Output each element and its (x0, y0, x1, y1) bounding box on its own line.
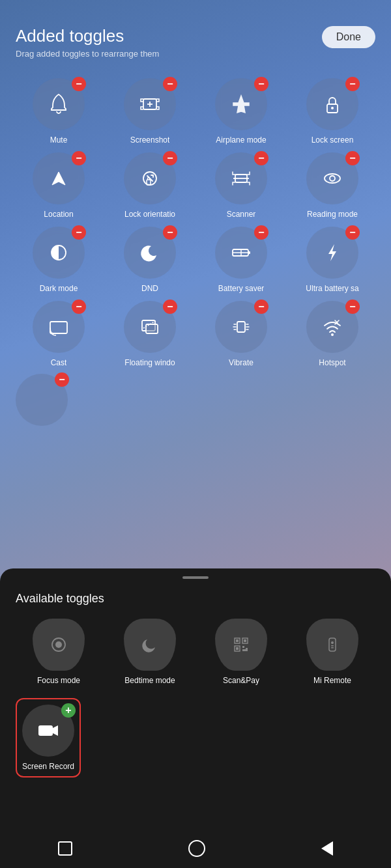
available-scan-pay[interactable]: Scan&Pay (198, 619, 284, 685)
screen-record-wrapper: + Screen Record (16, 698, 81, 777)
toggle-reading-mode[interactable]: − Reading mode (289, 152, 375, 219)
toggle-label-lockscreen: Lock screen (311, 135, 354, 145)
remove-badge-hotspot[interactable]: − (345, 300, 360, 314)
toggle-mute[interactable]: − Mute (16, 78, 102, 145)
toggle-vibrate[interactable]: − Vibrate (198, 301, 284, 367)
svg-rect-39 (244, 639, 246, 642)
toggle-screenshot[interactable]: − Screenshot (107, 78, 193, 145)
toggle-label-dnd: DND (141, 284, 158, 293)
airplane-icon (229, 92, 253, 116)
toggle-circle-location: − (33, 152, 85, 204)
toggle-battery-saver[interactable]: − Battery saver (198, 227, 284, 293)
available-bedtime-mode[interactable]: Bedtime mode (107, 619, 193, 685)
svg-point-11 (330, 176, 335, 181)
avail-label-scanpay: Scan&Pay (223, 676, 259, 685)
lock-icon (321, 92, 344, 116)
remove-badge-location[interactable]: − (72, 151, 86, 165)
eye-icon (321, 167, 344, 190)
remove-badge-dnd[interactable]: − (163, 225, 177, 240)
toggle-scanner[interactable]: − Scanner (198, 152, 284, 219)
toggle-label-cast: Cast (51, 358, 67, 367)
svg-point-4 (331, 107, 334, 109)
remove-badge-scanner[interactable]: − (254, 151, 268, 165)
svg-rect-38 (236, 639, 239, 642)
available-focus-mode[interactable]: Focus mode (16, 619, 102, 685)
battery-icon (229, 241, 253, 264)
lock-orientation-icon (138, 167, 162, 190)
svg-marker-17 (328, 244, 336, 261)
toggle-label-reading-mode: Reading mode (307, 210, 358, 219)
svg-rect-14 (248, 251, 250, 254)
header: Added toggles Drag added toggles to rear… (16, 26, 375, 59)
done-button[interactable]: Done (322, 26, 375, 48)
remove-badge-partial[interactable]: − (55, 372, 69, 387)
bolt-icon (321, 241, 344, 264)
back-button[interactable] (321, 841, 333, 856)
avail-circle-scanpay (215, 619, 267, 671)
toggle-airplane[interactable]: − Airplane mode (198, 78, 284, 145)
svg-rect-46 (331, 645, 334, 647)
remove-badge-ultra-battery[interactable]: − (345, 225, 360, 240)
svg-rect-23 (237, 322, 245, 332)
remove-badge-lockscreen[interactable]: − (345, 77, 360, 91)
toggle-ultra-battery[interactable]: − Ultra battery sa (289, 227, 375, 293)
bedtime-icon (138, 633, 162, 656)
svg-rect-21 (146, 324, 158, 333)
toggle-label-ultra-battery: Ultra battery sa (306, 284, 358, 293)
toggle-circle-cast: − (33, 301, 85, 353)
svg-point-45 (331, 641, 334, 644)
toggle-cast[interactable]: − Cast (16, 301, 102, 367)
screen-record-label: Screen Record (22, 762, 74, 771)
remove-badge-vibrate[interactable]: − (254, 300, 268, 314)
toggle-circle-hotspot: − (306, 301, 358, 353)
toggle-circle-partial: − (16, 374, 68, 426)
toggle-circle-mute: − (33, 78, 85, 130)
toggle-label-hotspot: Hotspot (319, 358, 345, 367)
remove-badge-floating-window[interactable]: − (163, 300, 177, 314)
toggle-label-airplane: Airplane mode (216, 135, 266, 145)
available-toggles-grid: Focus mode Bedtime mode (16, 619, 375, 685)
toggle-circle-vibrate: − (215, 301, 267, 353)
svg-marker-49 (53, 725, 58, 736)
toggle-partial[interactable]: − (16, 374, 68, 426)
avail-circle-focus (33, 619, 85, 671)
toggle-circle-reading-mode: − (306, 152, 358, 204)
toggle-circle-lockscreen: − (306, 78, 358, 130)
toggle-dark-mode[interactable]: − Dark mode (16, 227, 102, 293)
cast-icon (47, 315, 70, 339)
svg-point-30 (331, 333, 334, 336)
remove-badge-lock-orientation[interactable]: − (163, 151, 177, 165)
toggle-label-battery-saver: Battery saver (218, 284, 265, 293)
screen-record-item[interactable]: + Screen Record (22, 705, 74, 771)
drag-handle (182, 576, 209, 579)
toggle-circle-ultra-battery: − (306, 227, 358, 279)
toggle-location[interactable]: − Location (16, 152, 102, 219)
available-mi-remote[interactable]: Mi Remote (289, 619, 375, 685)
remove-badge-airplane[interactable]: − (254, 77, 268, 91)
remove-badge-dark-mode[interactable]: − (72, 225, 86, 240)
page-title: Added toggles (16, 26, 159, 46)
svg-rect-43 (242, 649, 246, 651)
toggle-circle-dnd: − (124, 227, 176, 279)
toggle-floating-window[interactable]: − Floating windo (107, 301, 193, 367)
remove-badge-battery-saver[interactable]: − (254, 225, 268, 240)
remove-badge-reading-mode[interactable]: − (345, 151, 360, 165)
toggle-label-scanner: Scanner (227, 210, 256, 219)
toggle-circle-dark-mode: − (33, 227, 85, 279)
vibrate-icon (229, 315, 253, 339)
toggle-label-screenshot: Screenshot (130, 135, 170, 145)
toggle-dnd[interactable]: − DND (107, 227, 193, 293)
camera-video-icon (35, 718, 61, 744)
toggle-hotspot[interactable]: − Hotspot (289, 301, 375, 367)
remove-badge-mute[interactable]: − (72, 77, 86, 91)
nav-bar (0, 829, 391, 868)
toggle-lock-orientation[interactable]: − Lock orientatio (107, 152, 193, 219)
remove-badge-screenshot[interactable]: − (163, 77, 177, 91)
recent-apps-button[interactable] (58, 841, 72, 856)
toggle-lockscreen[interactable]: − Lock screen (289, 78, 375, 145)
page-subtitle: Drag added toggles to rearrange them (16, 49, 159, 59)
home-button[interactable] (188, 840, 205, 857)
remote-icon (321, 633, 344, 656)
remove-badge-cast[interactable]: − (72, 300, 86, 314)
moon-icon (138, 241, 162, 264)
